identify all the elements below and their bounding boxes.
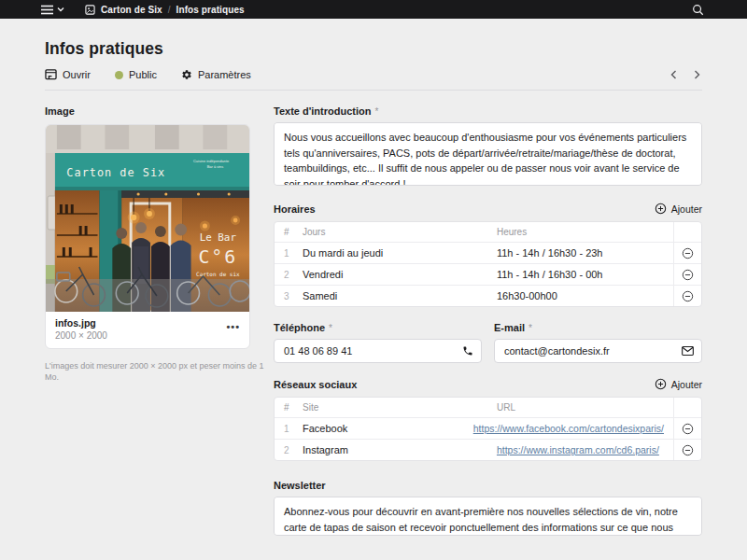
horaires-row[interactable]: 1 Du mardi au jeudi 11h - 14h / 16h30 - …	[275, 242, 701, 263]
breadcrumb: Carton de Six / Infos pratiques	[85, 5, 245, 15]
search-icon	[692, 4, 704, 16]
minus-circle-icon	[682, 247, 694, 259]
status-dot-icon	[115, 71, 123, 79]
remove-row-button[interactable]	[682, 247, 694, 259]
jours-cell: Du mardi au jeudi	[303, 243, 497, 263]
horaires-table: # Jours Heures 1 Du mardi au jeudi 11h -…	[274, 221, 702, 307]
col-url-header: URL	[497, 398, 673, 417]
intro-textarea[interactable]: Nous vous accueillons avec beaucoup d'en…	[274, 122, 702, 186]
awning-subtext-1: Cuisine indépendante	[193, 159, 230, 163]
open-window-icon	[45, 69, 57, 80]
image-label: Image	[45, 105, 250, 117]
required-asterisk: *	[329, 323, 332, 333]
row-number: 1	[275, 418, 303, 439]
social-url-link[interactable]: https://www.facebook.com/cartondesixpari…	[473, 423, 664, 434]
toolbar: Ouvrir Public Paramètres	[45, 69, 702, 80]
image-filename: infos.jpg	[55, 317, 107, 329]
minus-circle-icon	[682, 290, 694, 302]
publish-status-button[interactable]: Public	[115, 69, 157, 80]
awning-subtext-2: Bar à vins	[207, 164, 224, 169]
remove-row-button[interactable]	[682, 423, 694, 435]
telephone-input[interactable]	[274, 339, 482, 363]
email-field: E-mail *	[494, 322, 702, 363]
horaires-add-label: Ajouter	[671, 203, 702, 215]
window-lebar-text: Le Bar	[200, 231, 237, 244]
col-actions-header	[673, 398, 701, 417]
image-dimensions: 2000 × 2000	[55, 329, 107, 342]
heures-cell: 16h30-00h00	[497, 286, 673, 306]
breadcrumb-separator: /	[168, 5, 171, 15]
reseaux-header-row: # Site URL	[275, 398, 701, 417]
image-meta: infos.jpg 2000 × 2000 •••	[46, 312, 249, 348]
image-card: Carton de Six Cuisine indépendante Bar à…	[45, 124, 250, 349]
minus-circle-icon	[682, 444, 694, 456]
reseaux-title: Réseaux sociaux	[274, 379, 357, 390]
required-asterisk: *	[529, 323, 532, 333]
reseaux-table: # Site URL 1 Facebook https://www.facebo…	[274, 397, 702, 461]
gear-icon	[181, 69, 192, 80]
minus-circle-icon	[682, 269, 694, 281]
required-asterisk: *	[374, 106, 378, 117]
chevron-down-icon	[57, 7, 64, 12]
settings-button[interactable]: Paramètres	[181, 69, 251, 80]
site-icon	[85, 5, 95, 15]
prev-page-button[interactable]	[670, 70, 677, 79]
row-number: 2	[275, 440, 303, 460]
social-url-link[interactable]: https://www.instagram.com/cd6.paris/	[497, 444, 659, 455]
storefront-photo[interactable]: Carton de Six Cuisine indépendante Bar à…	[46, 125, 249, 312]
heures-cell: 11h - 14h / 16h30 - 23h	[497, 243, 673, 263]
breadcrumb-page-link[interactable]: Infos pratiques	[176, 5, 245, 15]
pager	[670, 70, 702, 79]
page-title: Infos pratiques	[45, 39, 702, 59]
reseaux-add-label: Ajouter	[671, 379, 702, 390]
minus-circle-icon	[682, 423, 694, 435]
intro-label-text: Texte d'introduction	[274, 105, 371, 117]
window-c6-logo: C°6	[198, 246, 237, 268]
topbar: Carton de Six / Infos pratiques	[0, 0, 747, 19]
telephone-field: Téléphone *	[274, 322, 482, 363]
col-num-header: #	[275, 398, 303, 417]
row-number: 3	[275, 286, 303, 306]
search-button[interactable]	[692, 4, 704, 16]
newsletter-textarea[interactable]: Abonnez-vous pour découvrir en avant-pre…	[274, 497, 702, 536]
horaires-row[interactable]: 2 Vendredi 11h - 14h / 16h30 - 00h	[275, 263, 701, 285]
plus-circle-icon	[655, 378, 667, 390]
open-button-label: Ouvrir	[63, 69, 91, 80]
remove-row-button[interactable]	[682, 290, 694, 302]
telephone-label-text: Téléphone	[274, 322, 325, 333]
contact-fields: Téléphone * E-mail *	[274, 322, 702, 363]
email-input[interactable]	[494, 339, 702, 363]
col-heures-header: Heures	[497, 222, 673, 242]
site-cell: Instagram	[303, 440, 497, 460]
settings-button-label: Paramètres	[198, 69, 251, 80]
toolbar-divider	[45, 90, 702, 91]
chevron-left-icon	[670, 70, 677, 79]
email-label: E-mail *	[494, 322, 702, 333]
col-jours-header: Jours	[303, 222, 497, 242]
form-column: Texte d'introduction * Nous vous accueil…	[274, 105, 702, 536]
horaires-add-button[interactable]: Ajouter	[655, 203, 702, 215]
horaires-row[interactable]: 3 Samedi 16h30-00h00	[275, 285, 701, 306]
reseaux-add-button[interactable]: Ajouter	[655, 378, 702, 390]
col-actions-header	[673, 222, 701, 242]
image-menu-button[interactable]: •••	[226, 321, 240, 338]
heures-cell: 11h - 14h / 16h30 - 00h	[497, 264, 673, 285]
open-button[interactable]: Ouvrir	[45, 69, 91, 80]
plus-circle-icon	[655, 203, 667, 215]
jours-cell: Vendredi	[303, 264, 497, 285]
horaires-title: Horaires	[274, 203, 316, 215]
row-number: 2	[275, 264, 303, 285]
col-site-header: Site	[303, 398, 497, 417]
row-number: 1	[275, 243, 303, 263]
main-menu-button[interactable]	[41, 5, 64, 15]
remove-row-button[interactable]	[682, 269, 694, 281]
breadcrumb-site-link[interactable]: Carton de Six	[101, 5, 162, 15]
reseaux-row[interactable]: 2 Instagram https://www.instagram.com/cd…	[275, 439, 701, 460]
image-helper-text: L'images doit mesurer 2000 × 2000 px et …	[45, 360, 278, 384]
remove-row-button[interactable]	[682, 444, 694, 456]
horaires-section-head: Horaires Ajouter	[274, 203, 702, 215]
email-label-text: E-mail	[494, 322, 525, 333]
next-page-button[interactable]	[694, 70, 700, 79]
reseaux-row[interactable]: 1 Facebook https://www.facebook.com/cart…	[275, 417, 701, 439]
reseaux-section-head: Réseaux sociaux Ajouter	[274, 378, 702, 390]
